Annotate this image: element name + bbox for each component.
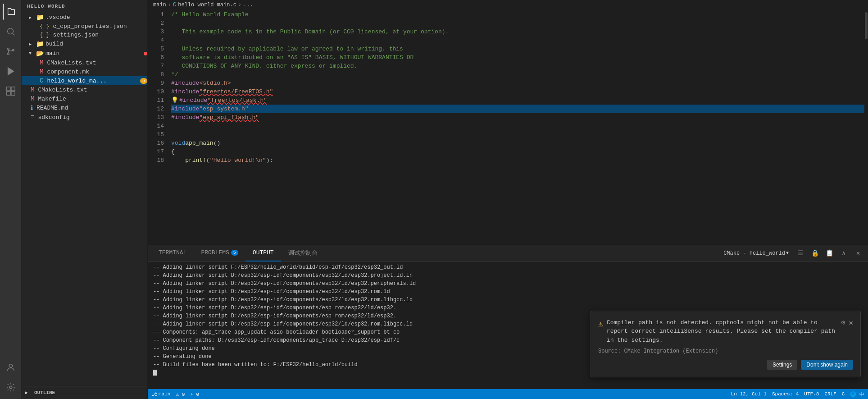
svg-point-2	[7, 48, 9, 50]
info-icon: ℹ	[31, 104, 33, 112]
breadcrumb-main[interactable]: main	[153, 2, 166, 8]
folder-icon: 📁	[36, 40, 44, 48]
code-editor[interactable]: /* Hello World Example This example code…	[168, 10, 864, 245]
status-warnings[interactable]: ⚡ 0	[190, 391, 199, 397]
panel-collapse-up-icon[interactable]: ∧	[837, 247, 850, 260]
notification-gear-icon[interactable]: ⚙	[841, 318, 845, 327]
chevron-right-icon: ▶	[25, 390, 32, 395]
notification-close-icon[interactable]: ✕	[849, 318, 853, 327]
code-line-10: #include "freertos/FreeRTOS.h"	[171, 87, 864, 96]
tree-label: Makefile	[38, 96, 147, 102]
tree-item-cmakelists-main[interactable]: M CMakeLists.txt	[22, 58, 147, 67]
status-branch[interactable]: ⎇ main	[151, 391, 170, 397]
dont-show-button[interactable]: Don't show again	[801, 360, 853, 370]
tree-item-componentmk[interactable]: M component.mk	[22, 67, 147, 76]
terminal-line: -- Adding linker script D:/esp32/esp-idf…	[153, 271, 863, 280]
files-icon[interactable]	[3, 4, 19, 20]
notification-popup: ⚠ Compiler path is not detected. cpptool…	[591, 311, 861, 378]
c-file-icon: C	[40, 77, 43, 84]
tree-label: build	[45, 41, 147, 47]
tab-debug-console[interactable]: 调试控制台	[281, 245, 325, 261]
folder-open-icon: 📂	[36, 50, 44, 57]
notification-header: ⚠ Compiler path is not detected. cpptool…	[598, 318, 853, 345]
tree-label: settings.json	[53, 32, 147, 38]
tab-output[interactable]: OUTPUT	[245, 245, 281, 261]
code-line-15	[171, 130, 864, 139]
tree-label: main	[45, 50, 142, 57]
breadcrumb-ellipsis[interactable]: ...	[243, 2, 253, 8]
svg-rect-9	[11, 92, 14, 95]
code-line-5: Unless required by applicable law or agr…	[171, 45, 864, 53]
breadcrumb: main › C hello_world_main.c › ...	[148, 0, 868, 10]
file-tree: ▶ 📁 .vscode { } c_cpp_properties.json { …	[22, 13, 147, 386]
search-icon[interactable]	[3, 23, 19, 40]
code-line-6: software is distributed on an "AS IS" BA…	[171, 53, 864, 62]
code-line-13: #include "esp_spi_flash.h"	[171, 113, 864, 122]
panel-copy-icon[interactable]: 📋	[823, 247, 836, 260]
output-dropdown[interactable]: CMake - hello_world ▼	[720, 249, 792, 257]
panel-close-icon[interactable]: ✕	[852, 247, 864, 260]
breadcrumb-sep2: ›	[238, 2, 241, 8]
svg-rect-6	[6, 87, 10, 91]
dropdown-arrow-icon: ▼	[786, 251, 789, 256]
scrollbar-thumb	[865, 12, 868, 39]
activity-bar	[0, 0, 22, 399]
chevron-down-icon: ▼	[29, 51, 36, 56]
run-debug-icon[interactable]	[3, 63, 19, 79]
panel-tabs: TERMINAL PROBLEMS 5 OUTPUT 调试控制台 CMake -…	[148, 245, 868, 261]
notification-source: Source: CMake Integration (Extension)	[598, 348, 853, 354]
extensions-icon[interactable]	[3, 83, 19, 99]
tab-problems[interactable]: PROBLEMS 5	[194, 245, 245, 261]
terminal-line: -- Adding linker script D:/esp32/esp-idf…	[153, 288, 863, 296]
tree-item-settings[interactable]: { } settings.json	[22, 31, 147, 39]
tree-item-vscode[interactable]: ▶ 📁 .vscode	[22, 13, 147, 22]
code-line-9: #include <stdio.h>	[171, 79, 864, 87]
breadcrumb-filename[interactable]: hello_world_main.c	[178, 2, 236, 8]
tree-label: CMakeLists.txt	[47, 60, 147, 66]
panel-controls: CMake - hello_world ▼ ☰ 🔒 📋 ∧ ✕	[720, 247, 864, 260]
status-indent[interactable]: Spaces: 4	[772, 391, 799, 397]
tab-terminal[interactable]: TERMINAL	[151, 245, 194, 261]
tree-item-hello-world[interactable]: C hello_world_ma... 5	[22, 76, 147, 85]
cmake-icon: M	[31, 86, 34, 93]
tree-item-sdkconfig[interactable]: ≡ sdkconfig	[22, 113, 147, 122]
panel-lock-icon[interactable]: 🔒	[809, 247, 821, 260]
outline-section: ▶ OUTLINE	[22, 386, 147, 399]
svg-point-0	[7, 28, 13, 34]
line-numbers: 12345 678910 1112131415 161718	[148, 10, 168, 245]
panel-list-icon[interactable]: ☰	[794, 247, 807, 260]
status-cursor[interactable]: Ln 12, Col 1	[731, 391, 767, 397]
settings-gear-icon[interactable]	[3, 379, 19, 395]
sidebar: HELLO_WORLD ▶ 📁 .vscode { } c_cpp_proper…	[22, 0, 148, 399]
tree-label: hello_world_ma...	[47, 78, 138, 84]
status-bar: ⎇ main ⚠ 0 ⚡ 0 Ln 12, Col 1 Spaces: 4 UT…	[148, 389, 868, 399]
main-content: main › C hello_world_main.c › ... 12345 …	[148, 0, 868, 399]
tree-item-build[interactable]: ▶ 📁 build	[22, 39, 147, 49]
status-line-ending[interactable]: CRLF	[824, 391, 836, 397]
svg-marker-5	[8, 68, 14, 75]
code-line-16: void app_main()	[171, 139, 864, 147]
account-icon[interactable]	[3, 359, 19, 376]
tree-item-cppprops[interactable]: { } c_cpp_properties.json	[22, 22, 147, 31]
outline-header[interactable]: ▶ OUTLINE	[22, 388, 147, 397]
breadcrumb-c-icon: C	[173, 2, 176, 8]
status-encoding[interactable]: UTF-8	[804, 391, 819, 397]
tree-item-cmakelists-root[interactable]: M CMakeLists.txt	[22, 85, 147, 94]
code-line-17: {	[171, 147, 864, 156]
settings-button[interactable]: Settings	[767, 360, 797, 370]
tree-item-main[interactable]: ▼ 📂 main	[22, 49, 147, 58]
source-control-icon[interactable]	[3, 43, 19, 60]
tree-item-makefile[interactable]: M Makefile	[22, 94, 147, 103]
list-icon: ≡	[31, 114, 34, 121]
status-errors[interactable]: ⚠ 0	[176, 391, 185, 397]
code-line-1: /* Hello World Example	[171, 10, 864, 19]
code-line-18: printf("Hello world!\n");	[171, 156, 864, 165]
editor-scrollbar[interactable]	[864, 10, 868, 245]
tree-item-readme[interactable]: ℹ README.md	[22, 103, 147, 113]
svg-rect-7	[11, 87, 14, 91]
makefile-icon: M	[31, 95, 34, 102]
status-lang-pack[interactable]: 🌐 中	[850, 391, 864, 398]
terminal-line: -- Adding linker script D:/esp32/esp-idf…	[153, 296, 863, 304]
json-icon: { }	[40, 32, 50, 38]
status-language[interactable]: C	[842, 391, 845, 397]
